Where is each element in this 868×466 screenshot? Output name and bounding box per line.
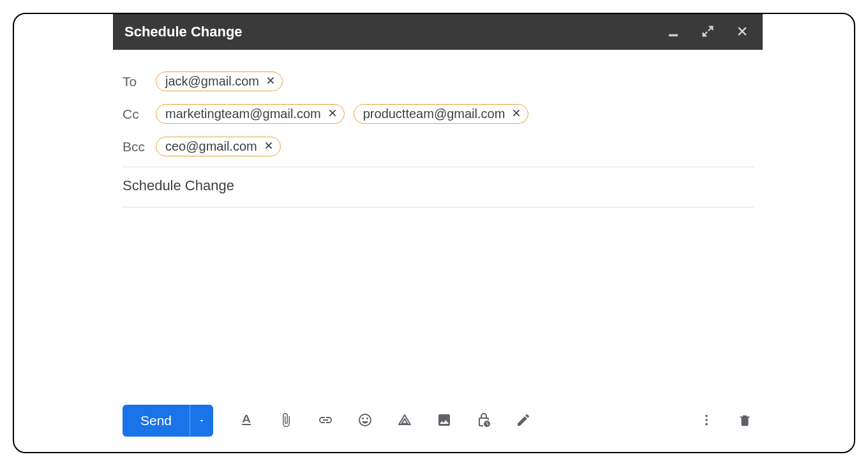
svg-point-1 (705, 414, 708, 417)
text-format-icon (239, 412, 254, 428)
subject-input[interactable]: Schedule Change (123, 177, 754, 194)
send-group: Send (123, 405, 213, 437)
drive-icon (397, 412, 412, 428)
fullscreen-button[interactable] (699, 22, 717, 42)
expand-icon (701, 25, 714, 38)
chip-remove[interactable] (511, 107, 521, 121)
svg-point-3 (705, 423, 708, 425)
cc-label: Cc (123, 107, 147, 122)
x-icon (327, 108, 338, 118)
more-options-button[interactable] (697, 410, 716, 432)
formatting-button[interactable] (236, 410, 257, 432)
confidential-button[interactable] (474, 410, 494, 432)
trash-icon (738, 413, 752, 427)
toolbar-right (697, 410, 754, 432)
recipient-chip[interactable]: ceo@gmail.com (156, 137, 281, 156)
chip-email: ceo@gmail.com (165, 139, 257, 154)
close-icon (736, 25, 749, 38)
attach-button[interactable] (276, 410, 296, 432)
discard-button[interactable] (735, 410, 754, 432)
minimize-icon (667, 25, 680, 38)
svg-point-2 (705, 419, 708, 421)
link-icon (318, 412, 333, 428)
lock-clock-icon (476, 412, 491, 428)
compose-header: Schedule Change (113, 14, 763, 50)
caret-down-icon (198, 417, 206, 425)
format-icons (236, 410, 534, 432)
chip-remove[interactable] (327, 107, 338, 121)
cc-field-row[interactable]: Cc marketingteam@gmail.com productteam@g… (123, 98, 754, 130)
compose-body: To jack@gmail.com Cc marketingteam@gmail… (123, 65, 754, 207)
recipient-chip[interactable]: marketingteam@gmail.com (156, 104, 345, 124)
to-field-row[interactable]: To jack@gmail.com (123, 65, 754, 98)
divider (123, 207, 754, 207)
emoji-button[interactable] (355, 410, 375, 432)
image-icon (437, 412, 452, 428)
subject-row[interactable]: Schedule Change (123, 167, 754, 203)
send-button[interactable]: Send (123, 405, 190, 437)
x-icon (266, 75, 276, 86)
chip-email: marketingteam@gmail.com (165, 107, 321, 121)
pen-icon (516, 412, 531, 428)
header-controls (664, 22, 751, 42)
paperclip-icon (278, 412, 294, 428)
compose-toolbar: Send (123, 405, 754, 437)
x-icon (511, 108, 521, 118)
close-button[interactable] (733, 22, 751, 42)
x-icon (264, 140, 274, 151)
chip-email: jack@gmail.com (165, 74, 259, 89)
drive-button[interactable] (394, 410, 415, 432)
emoji-icon (357, 412, 373, 428)
chip-remove[interactable] (264, 139, 274, 154)
chip-remove[interactable] (266, 74, 276, 89)
to-label: To (123, 74, 147, 89)
chip-email: productteam@gmail.com (363, 107, 505, 121)
svg-rect-0 (669, 34, 677, 36)
send-options-button[interactable] (190, 405, 213, 437)
insert-image-button[interactable] (434, 410, 454, 432)
compose-window: Schedule Change To jack@gmail.com Cc ma (13, 13, 855, 453)
bcc-field-row[interactable]: Bcc ceo@gmail.com (123, 130, 754, 163)
recipient-chip[interactable]: jack@gmail.com (156, 71, 283, 91)
bcc-label: Bcc (123, 139, 147, 154)
signature-button[interactable] (513, 410, 534, 432)
insert-link-button[interactable] (315, 410, 336, 432)
more-vert-icon (700, 413, 714, 427)
compose-title: Schedule Change (124, 24, 664, 40)
minimize-button[interactable] (664, 22, 682, 42)
recipient-chip[interactable]: productteam@gmail.com (354, 104, 529, 124)
